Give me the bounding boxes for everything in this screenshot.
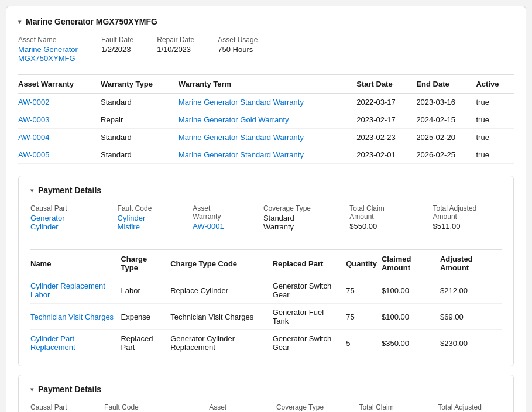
- warranty-type: Standard: [101, 129, 179, 146]
- causal-part-1: Causal Part Generator Cylinder: [30, 204, 94, 231]
- fault-code-2: Fault Code Overheating Rotor ControlPane…: [104, 403, 186, 412]
- warranty-type: Standard: [101, 94, 179, 111]
- warranty-term[interactable]: Marine Generator Standard Warranty: [179, 129, 356, 146]
- asset-info-grid: Asset Name Marine GeneratorMGX750XYMFG F…: [18, 36, 514, 63]
- asset-warranty-1: Asset Warranty AW-0001: [193, 204, 240, 231]
- fault-code-2-label: Fault Code: [104, 403, 186, 411]
- total-claim-1-value: $550.00: [349, 222, 377, 231]
- total-adjusted-1-value: $511.00: [433, 222, 461, 231]
- causal-part-1-value[interactable]: Generator Cylinder: [30, 214, 65, 231]
- warranty-id[interactable]: AW-0003: [18, 111, 101, 129]
- warranty-term[interactable]: Marine Generator Standard Warranty: [179, 94, 356, 111]
- charge-replaced-part: Generator Switch Gear: [273, 277, 346, 304]
- warranty-id[interactable]: AW-0004: [18, 129, 101, 146]
- payment-1-chevron: ▾: [30, 187, 33, 194]
- asset-usage-label: Asset Usage: [218, 36, 258, 44]
- warranty-start: 2023-02-23: [356, 129, 416, 146]
- charge-replaced-part: Generator Switch Gear: [273, 330, 346, 356]
- repair-date-item: Repair Date 1/10/2023: [157, 36, 194, 63]
- charges-col-adjusted: Adjusted Amount: [440, 250, 502, 277]
- fault-code-1-label: Fault Code: [118, 204, 170, 212]
- asset-section-header[interactable]: ▾ Marine Generator MGX750XYMFG: [18, 17, 514, 26]
- warranty-id[interactable]: AW-0005: [18, 146, 101, 164]
- payment-1-header[interactable]: ▾ Payment Details: [30, 186, 502, 195]
- charge-replaced-part: Generator Fuel Tank: [273, 304, 346, 330]
- asset-warranty-2-label: Asset Warranty: [209, 403, 253, 412]
- charges-col-name: Name: [30, 250, 121, 277]
- warranty-start: 2023-02-01: [356, 146, 416, 164]
- causal-part-2: Causal Part Generator Rotor: [30, 403, 81, 412]
- warranty-id[interactable]: AW-0002: [18, 94, 101, 111]
- col-warranty-term: Warranty Term: [179, 75, 356, 94]
- asset-name-link[interactable]: Marine GeneratorMGX750XYMFG: [18, 45, 78, 63]
- repair-date-value: 1/10/2023: [157, 45, 191, 54]
- charge-name[interactable]: Cylinder Replacement Labor: [30, 277, 121, 304]
- col-end-date: End Date: [416, 75, 476, 94]
- warranty-active: true: [476, 146, 514, 164]
- warranty-active: true: [476, 129, 514, 146]
- asset-usage-item: Asset Usage 750 Hours: [218, 36, 258, 63]
- total-adjusted-1: Total Adjusted Amount $511.00: [433, 204, 502, 231]
- charge-name[interactable]: Technician Visit Charges: [30, 304, 121, 330]
- charge-type: Replaced Part: [121, 330, 170, 356]
- asset-name-label: Asset Name: [18, 36, 78, 44]
- charge-quantity: 75: [346, 304, 382, 330]
- warranty-type: Repair: [101, 111, 179, 129]
- charge-name[interactable]: Cylinder Part Replacement: [30, 330, 121, 356]
- charges-col-replaced-part: Replaced Part: [273, 250, 346, 277]
- fault-date-value: 1/2/2023: [101, 45, 131, 54]
- fault-date-label: Fault Date: [101, 36, 133, 44]
- charge-adjusted: $230.00: [440, 330, 502, 356]
- charge-code: Generator Cylinder Replacement: [170, 330, 273, 356]
- charge-claimed: $350.00: [382, 330, 440, 356]
- fault-code-1-value[interactable]: Cylinder Misfire: [118, 214, 146, 231]
- total-claim-1: Total Claim Amount $550.00: [349, 204, 409, 231]
- causal-part-2-label: Causal Part: [30, 403, 81, 411]
- coverage-type-2-label: Coverage Type: [276, 403, 336, 411]
- warranty-table: Asset Warranty Warranty Type Warranty Te…: [18, 74, 514, 164]
- warranty-end: 2025-02-20: [416, 129, 476, 146]
- warranty-end: 2024-02-15: [416, 111, 476, 129]
- total-adjusted-2-label: Total Adjusted Amount: [438, 403, 502, 412]
- fault-code-1: Fault Code Cylinder Misfire: [118, 204, 170, 231]
- payment-1-title: Payment Details: [38, 186, 101, 195]
- warranty-end: 2026-02-25: [416, 146, 476, 164]
- payment-2-title: Payment Details: [38, 384, 101, 394]
- charges-col-charge-code: Charge Type Code: [170, 250, 273, 277]
- payment-2-meta: Causal Part Generator Rotor Fault Code O…: [30, 403, 502, 412]
- charge-quantity: 75: [346, 277, 382, 304]
- asset-warranty-1-value[interactable]: AW-0001: [193, 222, 224, 231]
- payment-2-header[interactable]: ▾ Payment Details: [30, 384, 502, 394]
- coverage-type-1: Coverage Type Standard Warranty: [263, 204, 326, 231]
- repair-date-label: Repair Date: [157, 36, 194, 44]
- causal-part-1-label: Causal Part: [30, 204, 94, 212]
- fault-date-item: Fault Date 1/2/2023: [101, 36, 133, 63]
- asset-warranty-1-label: Asset Warranty: [193, 204, 240, 221]
- payment-2-chevron: ▾: [30, 386, 33, 393]
- warranty-row: AW-0002 Standard Marine Generator Standa…: [18, 94, 514, 111]
- payment-1-meta: Causal Part Generator Cylinder Fault Cod…: [30, 204, 502, 231]
- charges-col-quantity: Quantity: [346, 250, 382, 277]
- total-claim-2-label: Total Claim Amount: [359, 403, 414, 412]
- payment-section-2: ▾ Payment Details Causal Part Generator …: [18, 375, 514, 412]
- charge-claimed: $100.00: [382, 304, 440, 330]
- warranty-term[interactable]: Marine Generator Standard Warranty: [179, 146, 356, 164]
- warranty-start: 2023-02-17: [356, 111, 416, 129]
- charges-table-1: Name Charge Type Charge Type Code Replac…: [30, 249, 502, 356]
- coverage-type-2: Coverage Type Extended Warranty: [276, 403, 336, 412]
- charge-code: Technician Visit Charges: [170, 304, 273, 330]
- asset-name-item: Asset Name Marine GeneratorMGX750XYMFG: [18, 36, 78, 63]
- col-start-date: Start Date: [356, 75, 416, 94]
- charges-col-claimed: Claimed Amount: [382, 250, 440, 277]
- col-asset-warranty: Asset Warranty: [18, 75, 101, 94]
- warranty-row: AW-0005 Standard Marine Generator Standa…: [18, 146, 514, 164]
- col-active: Active: [476, 75, 514, 94]
- warranty-term[interactable]: Marine Generator Gold Warranty: [179, 111, 356, 129]
- charge-quantity: 5: [346, 330, 382, 356]
- warranty-end: 2023-03-16: [416, 94, 476, 111]
- total-claim-1-label: Total Claim Amount: [349, 204, 409, 221]
- total-adjusted-1-label: Total Adjusted Amount: [433, 204, 502, 221]
- warranty-start: 2022-03-17: [356, 94, 416, 111]
- charge-row: Cylinder Part Replacement Replaced Part …: [30, 330, 502, 356]
- coverage-type-1-value: Standard Warranty: [263, 214, 294, 231]
